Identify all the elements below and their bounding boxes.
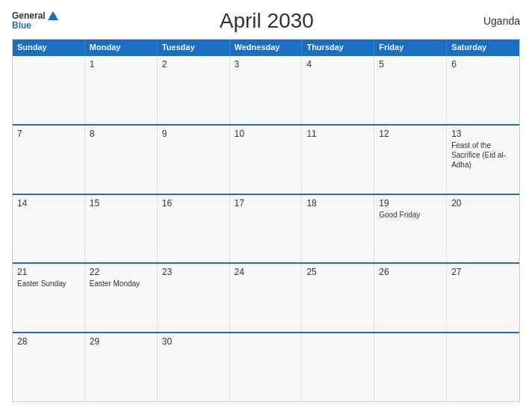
- week-row-5: 28 29 30: [13, 332, 519, 401]
- day-num: 26: [379, 267, 442, 277]
- event-easter-monday: Easter Monday: [90, 279, 152, 288]
- cell-w3-sat: 20: [447, 195, 519, 263]
- cell-w1-fri: 5: [374, 56, 447, 124]
- event-feast: Feast of the Sacrifice (Eid al-Adha): [451, 140, 515, 170]
- cell-w4-fri: 26: [374, 264, 447, 332]
- header: General Blue April 2030 Uganda: [12, 9, 520, 33]
- cell-w4-wed: 24: [230, 264, 303, 332]
- cell-w1-sat: 6: [447, 56, 519, 124]
- day-num: 18: [306, 198, 369, 208]
- col-tuesday: Tuesday: [158, 40, 230, 55]
- cell-w1-mon: 1: [85, 56, 158, 124]
- day-num: 27: [451, 267, 515, 277]
- cell-w3-sun: 14: [13, 195, 85, 263]
- cell-w5-tue: 30: [158, 333, 230, 401]
- col-thursday: Thursday: [302, 40, 374, 55]
- day-num: 11: [306, 129, 369, 139]
- col-wednesday: Wednesday: [230, 40, 303, 55]
- day-num: 6: [451, 59, 515, 69]
- day-num: 5: [379, 59, 442, 69]
- col-saturday: Saturday: [447, 40, 519, 55]
- week-row-4: 21 Easter Sunday 22 Easter Monday 23 24 …: [13, 262, 519, 332]
- week-row-2: 7 8 9 10 11 12 13 Feas: [13, 124, 519, 194]
- col-monday: Monday: [85, 40, 158, 55]
- day-num: 29: [90, 336, 152, 347]
- day-num: 9: [162, 129, 225, 139]
- cell-w1-sun: [13, 56, 85, 124]
- cell-w2-mon: 8: [85, 126, 158, 194]
- week-row-1: 1 2 3 4 5 6: [13, 55, 519, 124]
- cell-w4-tue: 23: [158, 264, 230, 332]
- event-easter-sunday: Easter Sunday: [17, 279, 80, 288]
- day-num: 1: [90, 59, 152, 69]
- day-num: 8: [90, 129, 152, 139]
- cell-w2-wed: 10: [230, 126, 303, 194]
- calendar-body: 1 2 3 4 5 6: [13, 55, 519, 401]
- cell-w1-wed: 3: [230, 56, 303, 124]
- day-num: 15: [90, 198, 152, 208]
- logo-blue-text: Blue: [12, 21, 58, 31]
- cell-w4-sun: 21 Easter Sunday: [13, 264, 85, 332]
- day-num: 13: [451, 129, 515, 139]
- week-row-3: 14 15 16 17 18 19 Good Friday: [13, 194, 519, 263]
- cell-w2-sun: 7: [13, 126, 85, 194]
- day-num: 7: [17, 129, 80, 139]
- cell-w2-sat: 13 Feast of the Sacrifice (Eid al-Adha): [447, 126, 519, 194]
- col-friday: Friday: [374, 40, 447, 55]
- day-num: 3: [235, 59, 297, 69]
- day-num: 19: [379, 198, 442, 208]
- cell-w3-fri: 19 Good Friday: [374, 195, 447, 263]
- country-label: Uganda: [475, 15, 520, 27]
- cell-w3-mon: 15: [85, 195, 158, 263]
- event-good-friday: Good Friday: [379, 210, 442, 220]
- cell-w3-tue: 16: [158, 195, 230, 263]
- cell-w4-mon: 22 Easter Monday: [85, 264, 158, 332]
- col-sunday: Sunday: [13, 40, 85, 55]
- calendar-title: April 2030: [58, 9, 475, 33]
- cell-w5-wed: [230, 333, 303, 401]
- cell-w5-mon: 29: [85, 333, 158, 401]
- cell-w4-thu: 25: [302, 264, 374, 332]
- cell-w2-tue: 9: [158, 126, 230, 194]
- day-num: 25: [306, 267, 369, 277]
- day-num: 24: [235, 267, 297, 277]
- day-num: 10: [235, 129, 297, 139]
- calendar-header-row: Sunday Monday Tuesday Wednesday Thursday…: [13, 40, 519, 55]
- day-num: 20: [451, 198, 515, 208]
- cell-w3-thu: 18: [302, 195, 374, 263]
- day-num: 28: [17, 336, 80, 347]
- day-num: 21: [17, 267, 80, 277]
- logo: General Blue: [12, 11, 58, 31]
- cell-w5-sat: [447, 333, 519, 401]
- cell-w5-fri: [374, 333, 447, 401]
- day-num: 23: [162, 267, 225, 277]
- day-num: 14: [17, 198, 80, 208]
- cell-w5-sun: 28: [13, 333, 85, 401]
- cell-w2-fri: 12: [374, 126, 447, 194]
- cell-w5-thu: [302, 333, 374, 401]
- logo-triangle-icon: [48, 11, 58, 20]
- cell-w1-thu: 4: [302, 56, 374, 124]
- cell-w2-thu: 11: [302, 126, 374, 194]
- day-num: 16: [162, 198, 225, 208]
- cell-w1-tue: 2: [158, 56, 230, 124]
- day-num: 2: [162, 59, 225, 69]
- day-num: 12: [379, 129, 442, 139]
- day-num: 30: [162, 336, 225, 347]
- day-num: 4: [306, 59, 369, 69]
- cell-w3-wed: 17: [230, 195, 303, 263]
- day-num: 17: [235, 198, 297, 208]
- day-num: 22: [90, 267, 152, 277]
- cell-w4-sat: 27: [447, 264, 519, 332]
- calendar-page: General Blue April 2030 Uganda Sunday Mo…: [0, 0, 532, 411]
- calendar-grid: Sunday Monday Tuesday Wednesday Thursday…: [12, 39, 520, 402]
